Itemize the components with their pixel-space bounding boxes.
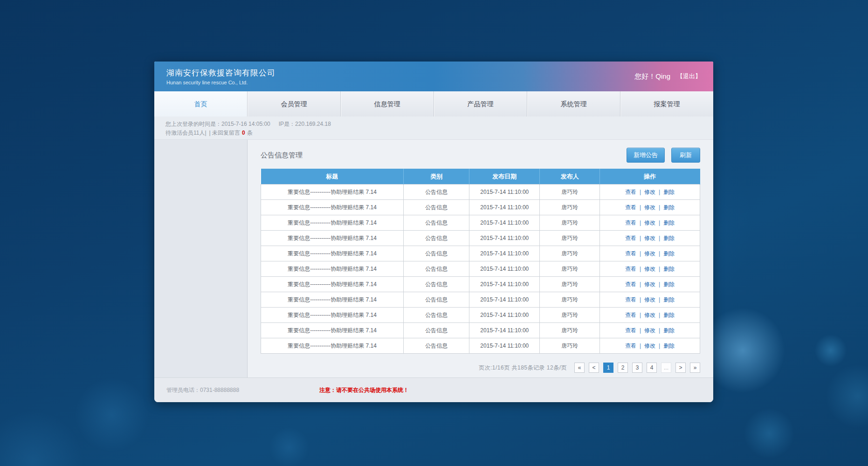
refresh-button[interactable]: 刷新: [671, 148, 700, 163]
delete-link[interactable]: 删除: [663, 281, 675, 288]
cell-category: 公告信息: [404, 261, 469, 277]
page-button-first[interactable]: «: [574, 363, 585, 373]
unreplied-unit: 条: [247, 130, 253, 136]
page-button-page-2[interactable]: 2: [618, 363, 628, 373]
cell-category: 公告信息: [404, 200, 469, 215]
cell-date: 2015-7-14 11:10:00: [469, 215, 540, 231]
delete-link[interactable]: 删除: [663, 312, 675, 318]
page-button-page-4[interactable]: 4: [647, 363, 657, 373]
table-row: 重要信息-----------协助理赔结果 7.14公告信息2015-7-14 …: [261, 292, 700, 308]
action-separator: |: [640, 281, 641, 288]
column-header-publisher: 发布人: [540, 169, 600, 185]
action-separator: |: [659, 204, 660, 211]
cell-publisher: 唐巧玲: [540, 308, 600, 323]
table-row: 重要信息-----------协助理赔结果 7.14公告信息2015-7-14 …: [261, 261, 700, 277]
action-separator: |: [640, 312, 641, 318]
tab-case-report[interactable]: 报案管理: [620, 91, 713, 116]
table-row: 重要信息-----------协助理赔结果 7.14公告信息2015-7-14 …: [261, 185, 700, 200]
edit-link[interactable]: 修改: [644, 204, 655, 211]
cell-actions: 查看|修改|删除: [600, 338, 700, 354]
delete-link[interactable]: 删除: [663, 219, 675, 226]
cell-actions: 查看|修改|删除: [600, 185, 700, 200]
announcements-table: 标题 类别 发布日期 发布人 操作 重要信息-----------协助理赔结果 …: [261, 169, 700, 354]
page-button-last[interactable]: »: [690, 363, 700, 373]
table-head: 标题 类别 发布日期 发布人 操作: [261, 169, 700, 185]
delete-link[interactable]: 删除: [663, 250, 675, 257]
cell-actions: 查看|修改|删除: [600, 231, 700, 246]
edit-link[interactable]: 修改: [644, 266, 655, 272]
cell-title: 重要信息-----------协助理赔结果 7.14: [261, 308, 404, 323]
cell-date: 2015-7-14 11:10:00: [469, 277, 540, 292]
tab-products[interactable]: 产品管理: [434, 91, 527, 116]
view-link[interactable]: 查看: [625, 250, 636, 257]
login-info-bar: 您上次登录的时间是：2015-7-16 14:05:00IP是：220.169.…: [154, 116, 713, 140]
unreplied-count: 0: [242, 130, 245, 136]
content-header: 公告信息管理 新增公告 刷新: [261, 148, 700, 163]
ip-label: IP是：: [279, 121, 295, 127]
tab-members[interactable]: 会员管理: [248, 91, 341, 116]
table-row: 重要信息-----------协助理赔结果 7.14公告信息2015-7-14 …: [261, 246, 700, 261]
cell-date: 2015-7-14 11:10:00: [469, 231, 540, 246]
view-link[interactable]: 查看: [625, 189, 636, 195]
delete-link[interactable]: 删除: [663, 235, 675, 241]
delete-link[interactable]: 删除: [663, 343, 675, 349]
user-greeting: 您好！Qing: [634, 72, 670, 81]
cell-publisher: 唐巧玲: [540, 185, 600, 200]
delete-link[interactable]: 删除: [663, 327, 675, 334]
cell-publisher: 唐巧玲: [540, 261, 600, 277]
view-link[interactable]: 查看: [625, 312, 636, 318]
page-button-prev[interactable]: <: [589, 363, 599, 373]
page-button-page-1[interactable]: 1: [603, 363, 613, 373]
admin-phone: 管理员电话：0731-88888888: [166, 386, 239, 394]
view-link[interactable]: 查看: [625, 281, 636, 288]
cell-category: 公告信息: [404, 323, 469, 338]
action-separator: |: [640, 219, 641, 226]
delete-link[interactable]: 删除: [663, 204, 675, 211]
cell-date: 2015-7-14 11:10:00: [469, 246, 540, 261]
cell-title: 重要信息-----------协助理赔结果 7.14: [261, 277, 404, 292]
action-separator: |: [659, 281, 660, 288]
edit-link[interactable]: 修改: [644, 219, 655, 226]
page-button-ellipsis: ...: [661, 363, 671, 373]
cell-publisher: 唐巧玲: [540, 246, 600, 261]
edit-link[interactable]: 修改: [644, 250, 655, 257]
view-link[interactable]: 查看: [625, 204, 636, 211]
logout-button[interactable]: 【退出】: [677, 72, 701, 81]
ip-value: 220.169.24.18: [295, 121, 331, 127]
delete-link[interactable]: 删除: [663, 266, 675, 272]
last-login-time: 2015-7-16 14:05:00: [221, 121, 270, 127]
add-announcement-button[interactable]: 新增公告: [627, 148, 665, 163]
edit-link[interactable]: 修改: [644, 235, 655, 241]
view-link[interactable]: 查看: [625, 219, 636, 226]
cell-title: 重要信息-----------协助理赔结果 7.14: [261, 215, 404, 231]
cell-publisher: 唐巧玲: [540, 231, 600, 246]
edit-link[interactable]: 修改: [644, 312, 655, 318]
delete-link[interactable]: 删除: [663, 296, 675, 303]
view-link[interactable]: 查看: [625, 343, 636, 349]
page-button-next[interactable]: >: [675, 363, 686, 373]
delete-link[interactable]: 删除: [663, 189, 675, 195]
tab-system[interactable]: 系统管理: [527, 91, 620, 116]
tab-home[interactable]: 首页: [154, 91, 248, 116]
edit-link[interactable]: 修改: [644, 343, 655, 349]
page-button-page-3[interactable]: 3: [632, 363, 642, 373]
view-link[interactable]: 查看: [625, 327, 636, 334]
tab-information[interactable]: 信息管理: [341, 91, 434, 116]
view-link[interactable]: 查看: [625, 235, 636, 241]
table-row: 重要信息-----------协助理赔结果 7.14公告信息2015-7-14 …: [261, 323, 700, 338]
view-link[interactable]: 查看: [625, 296, 636, 303]
column-header-title: 标题: [261, 169, 404, 185]
action-separator: |: [659, 189, 660, 195]
edit-link[interactable]: 修改: [644, 327, 655, 334]
view-link[interactable]: 查看: [625, 266, 636, 272]
action-separator: |: [640, 296, 641, 303]
edit-link[interactable]: 修改: [644, 296, 655, 303]
warning-text: 注意：请不要在公共场使用本系统！: [319, 386, 409, 394]
column-header-category: 类别: [404, 169, 469, 185]
edit-link[interactable]: 修改: [644, 281, 655, 288]
cell-title: 重要信息-----------协助理赔结果 7.14: [261, 231, 404, 246]
edit-link[interactable]: 修改: [644, 189, 655, 195]
sidebar: [154, 140, 248, 377]
last-login-label: 您上次登录的时间是：: [165, 121, 221, 127]
action-separator: |: [659, 235, 660, 241]
